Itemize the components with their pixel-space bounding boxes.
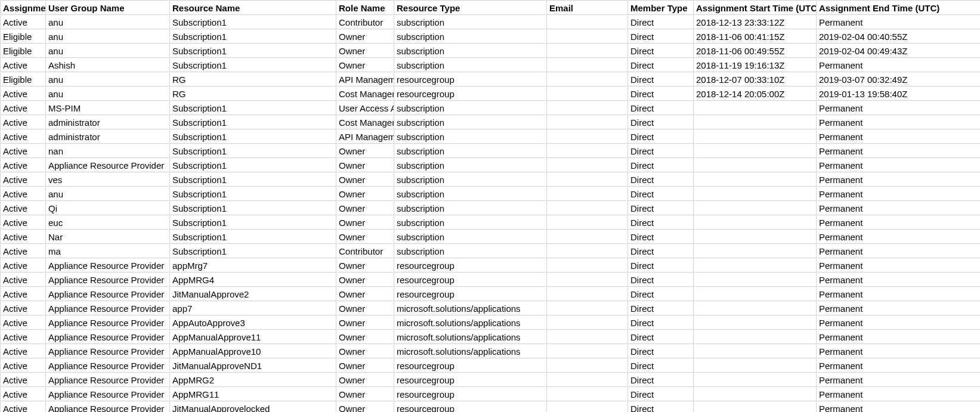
cell-resource[interactable]: AppMRG4 — [170, 272, 336, 287]
table-row[interactable]: ActiveAppliance Resource ProviderAppMRG2… — [1, 373, 981, 387]
cell-end-time[interactable]: Permanent — [817, 201, 981, 215]
table-row[interactable]: ActiveAppliance Resource Providerapp7Own… — [1, 301, 981, 315]
cell-assignment[interactable]: Active — [1, 287, 46, 301]
cell-user-group[interactable]: ves — [46, 172, 170, 187]
cell-role[interactable]: Cost Management — [336, 115, 394, 129]
table-row[interactable]: ActiveeucSubscription1OwnersubscriptionD… — [1, 215, 981, 230]
cell-end-time[interactable]: Permanent — [817, 387, 981, 401]
cell-member-type[interactable]: Direct — [628, 129, 694, 144]
cell-member-type[interactable]: Direct — [628, 358, 694, 373]
cell-assignment[interactable]: Active — [1, 58, 46, 72]
cell-user-group[interactable]: Ashish — [46, 58, 170, 72]
cell-resource[interactable]: Subscription1 — [170, 29, 336, 44]
cell-email[interactable] — [547, 287, 628, 301]
cell-resource-type[interactable]: subscription — [394, 115, 547, 129]
cell-resource[interactable]: Subscription1 — [170, 129, 336, 144]
cell-end-time[interactable]: Permanent — [817, 287, 981, 301]
cell-resource[interactable]: JitManualApprove2 — [170, 287, 336, 301]
cell-end-time[interactable]: Permanent — [817, 129, 981, 144]
cell-user-group[interactable]: Appliance Resource Provider — [46, 158, 170, 172]
table-row[interactable]: ActiveAppliance Resource ProviderJitManu… — [1, 287, 981, 301]
cell-role[interactable]: Owner — [336, 29, 394, 44]
cell-resource-type[interactable]: subscription — [394, 187, 547, 201]
cell-member-type[interactable]: Direct — [628, 187, 694, 201]
cell-resource-type[interactable]: resourcegroup — [394, 401, 547, 413]
cell-assignment[interactable]: Active — [1, 301, 46, 315]
cell-start-time[interactable]: 2018-12-13 23:33:12Z — [694, 15, 817, 29]
cell-role[interactable]: Owner — [336, 301, 394, 315]
cell-start-time[interactable] — [694, 158, 817, 172]
cell-resource-type[interactable]: microsoft.solutions/applications — [394, 330, 547, 344]
cell-user-group[interactable]: MS-PIM — [46, 101, 170, 115]
cell-start-time[interactable] — [694, 315, 817, 330]
cell-resource[interactable]: JitManualApprovelocked — [170, 401, 336, 413]
cell-resource[interactable]: Subscription1 — [170, 172, 336, 187]
cell-resource[interactable]: Subscription1 — [170, 15, 336, 29]
cell-start-time[interactable] — [694, 201, 817, 215]
cell-start-time[interactable] — [694, 330, 817, 344]
cell-member-type[interactable]: Direct — [628, 158, 694, 172]
cell-end-time[interactable]: Permanent — [817, 172, 981, 187]
cell-user-group[interactable]: administrator — [46, 115, 170, 129]
cell-resource[interactable]: JitManualApproveND1 — [170, 358, 336, 373]
cell-resource[interactable]: RG — [170, 72, 336, 86]
cell-end-time[interactable]: Permanent — [817, 258, 981, 272]
cell-user-group[interactable]: Appliance Resource Provider — [46, 330, 170, 344]
cell-user-group[interactable]: Nar — [46, 230, 170, 244]
cell-role[interactable]: Owner — [336, 387, 394, 401]
cell-user-group[interactable]: administrator — [46, 129, 170, 144]
cell-email[interactable] — [547, 158, 628, 172]
cell-user-group[interactable]: Appliance Resource Provider — [46, 258, 170, 272]
cell-end-time[interactable]: 2019-01-13 19:58:40Z — [817, 86, 981, 101]
cell-user-group[interactable]: Appliance Resource Provider — [46, 387, 170, 401]
cell-member-type[interactable]: Direct — [628, 287, 694, 301]
table-row[interactable]: ActiveAppliance Resource ProviderappMrg7… — [1, 258, 981, 272]
header-end-time[interactable]: Assignment End Time (UTC) — [817, 1, 981, 15]
cell-member-type[interactable]: Direct — [628, 344, 694, 358]
table-row[interactable]: ActiveAppliance Resource ProviderAppManu… — [1, 344, 981, 358]
cell-email[interactable] — [547, 15, 628, 29]
cell-resource[interactable]: Subscription1 — [170, 244, 336, 258]
cell-member-type[interactable]: Direct — [628, 272, 694, 287]
cell-assignment[interactable]: Active — [1, 86, 46, 101]
table-row[interactable]: ActiveAppliance Resource ProviderJitManu… — [1, 358, 981, 373]
cell-user-group[interactable]: Appliance Resource Provider — [46, 373, 170, 387]
cell-resource[interactable]: AppManualApprove11 — [170, 330, 336, 344]
cell-assignment[interactable]: Active — [1, 315, 46, 330]
cell-resource[interactable]: AppMRG11 — [170, 387, 336, 401]
cell-end-time[interactable]: Permanent — [817, 215, 981, 230]
cell-assignment[interactable]: Active — [1, 373, 46, 387]
cell-email[interactable] — [547, 387, 628, 401]
cell-email[interactable] — [547, 187, 628, 201]
cell-start-time[interactable] — [694, 187, 817, 201]
cell-end-time[interactable]: Permanent — [817, 315, 981, 330]
cell-email[interactable] — [547, 215, 628, 230]
cell-role[interactable]: Owner — [336, 158, 394, 172]
cell-role[interactable]: Owner — [336, 230, 394, 244]
cell-resource[interactable]: Subscription1 — [170, 58, 336, 72]
cell-member-type[interactable]: Direct — [628, 86, 694, 101]
cell-role[interactable]: Owner — [336, 272, 394, 287]
cell-start-time[interactable]: 2018-12-14 20:05:00Z — [694, 86, 817, 101]
cell-user-group[interactable]: anu — [46, 29, 170, 44]
cell-role[interactable]: Owner — [336, 58, 394, 72]
cell-member-type[interactable]: Direct — [628, 144, 694, 158]
cell-email[interactable] — [547, 201, 628, 215]
cell-start-time[interactable] — [694, 301, 817, 315]
table-row[interactable]: ActiveNarSubscription1OwnersubscriptionD… — [1, 230, 981, 244]
cell-email[interactable] — [547, 272, 628, 287]
cell-assignment[interactable]: Eligible — [1, 44, 46, 58]
cell-user-group[interactable]: Appliance Resource Provider — [46, 272, 170, 287]
cell-resource-type[interactable]: resourcegroup — [394, 358, 547, 373]
cell-start-time[interactable] — [694, 401, 817, 413]
table-row[interactable]: ActiveadministratorSubscription1Cost Man… — [1, 115, 981, 129]
cell-member-type[interactable]: Direct — [628, 101, 694, 115]
cell-resource-type[interactable]: subscription — [394, 15, 547, 29]
cell-end-time[interactable]: Permanent — [817, 244, 981, 258]
cell-role[interactable]: API Management — [336, 129, 394, 144]
cell-email[interactable] — [547, 358, 628, 373]
cell-member-type[interactable]: Direct — [628, 58, 694, 72]
cell-role[interactable]: Owner — [336, 373, 394, 387]
cell-role[interactable]: Owner — [336, 44, 394, 58]
cell-resource[interactable]: Subscription1 — [170, 101, 336, 115]
